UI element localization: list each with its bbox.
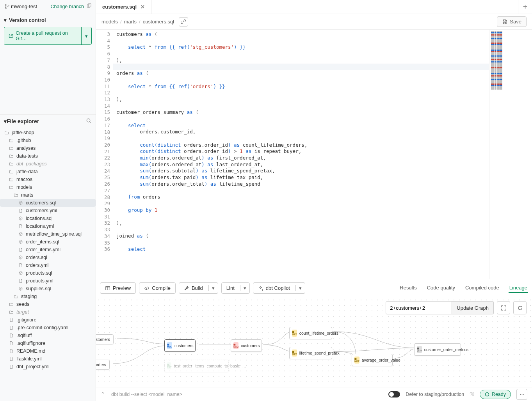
tree-file[interactable]: .pre-commit-config.yaml	[0, 324, 96, 332]
tree-file[interactable]: supplies.sql	[0, 285, 96, 293]
minimap[interactable]: ████ ██ ████████████ ██ ████████████ ██ …	[489, 30, 532, 279]
file-explorer-header[interactable]: ▾ File explorer	[0, 114, 96, 128]
change-branch-link[interactable]: Change branch	[51, 4, 84, 9]
tree-file[interactable]: .gitignore	[0, 316, 96, 324]
close-icon[interactable]: ✕	[141, 4, 145, 10]
tree-folder[interactable]: jaffle-shop	[0, 129, 96, 137]
lint-button[interactable]: Lint ▾	[221, 282, 250, 294]
breadcrumb-seg[interactable]: marts	[124, 19, 137, 25]
tree-folder[interactable]: analyses	[0, 144, 96, 152]
lineage-node[interactable]: ▦SEMcustomers	[231, 339, 262, 352]
preview-button[interactable]: Preview	[100, 282, 136, 294]
main-pane: customers.sql ✕ + models / marts / custo…	[96, 0, 532, 401]
create-pr-button[interactable]: Create a pull request on Git… ▾	[4, 27, 92, 45]
chevron-down-icon[interactable]: ▾	[295, 285, 305, 291]
folder-icon	[9, 145, 14, 151]
breadcrumb-seg[interactable]: customers.sql	[143, 19, 174, 25]
tree-file[interactable]: .sqlfluff	[0, 332, 96, 339]
results-tab-lineage[interactable]: Lineage	[509, 283, 528, 293]
wrench-icon	[184, 286, 189, 291]
svg-point-2	[87, 119, 90, 122]
tree-folder[interactable]: jaffle-data	[0, 168, 96, 176]
tree-folder[interactable]: macros	[0, 176, 96, 183]
build-button[interactable]: Build ▾	[179, 282, 218, 294]
folder-icon	[4, 130, 9, 135]
lineage-node[interactable]: ▦METaverage_order_value	[352, 354, 393, 366]
link-icon[interactable]	[179, 17, 188, 27]
tree-file[interactable]: products.yml	[0, 277, 96, 285]
folder-icon	[9, 169, 14, 174]
circle-icon	[485, 392, 489, 397]
version-control-header[interactable]: ▾ Version control	[0, 13, 96, 26]
file-icon	[18, 255, 23, 260]
tree-folder[interactable]: seeds	[0, 300, 96, 308]
tree-file[interactable]: orders.sql	[0, 254, 96, 261]
dbt-copilot-button[interactable]: dbt Copilot ▾	[253, 282, 305, 294]
results-tab-compiled-code[interactable]: Compiled code	[464, 283, 500, 293]
file-icon	[18, 239, 23, 245]
tree-file[interactable]: dbt_project.yml	[0, 363, 96, 371]
tree-file[interactable]: orders.yml	[0, 261, 96, 269]
results-tab-code-quality[interactable]: Code quality	[426, 283, 456, 293]
tree-file[interactable]: README.md	[0, 347, 96, 355]
tree-file[interactable]: order_items.sql	[0, 238, 96, 246]
tab-customers-sql[interactable]: customers.sql ✕	[96, 0, 151, 14]
lineage-selector-input[interactable]	[386, 301, 452, 314]
command-input[interactable]: dbt build --select <model_name>	[111, 392, 182, 397]
copy-icon[interactable]	[86, 3, 92, 10]
tree-file[interactable]: products.sql	[0, 269, 96, 277]
results-tabs: ResultsCode qualityCompiled codeLineage	[399, 283, 528, 293]
defer-toggle[interactable]	[388, 391, 400, 397]
chevron-down-icon[interactable]: ▾	[81, 27, 91, 44]
lineage-node[interactable]: ▦MDLcustomers	[164, 339, 196, 352]
save-button[interactable]: Save	[497, 16, 527, 27]
folder-icon	[9, 153, 14, 159]
folder-icon	[9, 185, 14, 190]
folder-icon	[9, 138, 14, 143]
tree-file[interactable]: locations.sql	[0, 215, 96, 222]
folder-icon	[9, 309, 14, 315]
tree-file[interactable]: customers.yml	[0, 207, 96, 215]
compile-button[interactable]: Compile	[139, 282, 176, 294]
chevron-up-icon[interactable]: ⌃	[101, 391, 105, 397]
lineage-panel[interactable]: Update Graph	[96, 297, 532, 387]
results-tab-results[interactable]: Results	[399, 283, 417, 293]
file-icon	[18, 286, 23, 291]
tree-file[interactable]: .sqlfluffignore	[0, 339, 96, 347]
fullscreen-icon[interactable]	[497, 301, 510, 314]
tree-folder[interactable]: models	[0, 183, 96, 191]
footer-bar: ⌃ dbt build --select <model_name> Defer …	[96, 387, 532, 401]
refresh-icon[interactable]	[513, 301, 527, 314]
tree-file[interactable]: metricflow_time_spine.sql	[0, 230, 96, 238]
tree-file[interactable]: customers.sql	[0, 199, 96, 207]
help-icon[interactable]: ?⃝	[470, 392, 474, 397]
search-icon[interactable]	[86, 118, 92, 125]
breadcrumb-seg[interactable]: models	[101, 19, 118, 25]
tree-folder[interactable]: target	[0, 308, 96, 316]
add-tab-button[interactable]: +	[518, 0, 532, 14]
lineage-node[interactable]: stg_customers	[96, 334, 114, 344]
tree-folder[interactable]: staging	[0, 293, 96, 300]
lineage-node[interactable]: ▦TSTtest_order_items_compute_to_basic_…	[164, 360, 229, 372]
lineage-node[interactable]: ▦QRYcustomer_order_metrics	[414, 343, 461, 356]
branch-indicator[interactable]: mwong-test	[4, 4, 48, 9]
chevron-down-icon[interactable]: ▾	[208, 285, 218, 291]
more-icon[interactable]: ⋯	[516, 389, 527, 400]
svg-rect-3	[106, 286, 110, 290]
tree-folder[interactable]: dbt_packages	[0, 160, 96, 168]
tree-file[interactable]: Taskfile.yml	[0, 355, 96, 363]
folder-icon	[9, 177, 14, 182]
update-graph-button[interactable]: Update Graph	[452, 301, 494, 314]
chevron-down-icon[interactable]: ▾	[240, 285, 249, 291]
file-icon	[18, 224, 23, 229]
code-editor[interactable]: 3456789101112131415161718192021222324252…	[96, 30, 532, 279]
tree-folder[interactable]: data-tests	[0, 152, 96, 160]
tree-file[interactable]: locations.yml	[0, 222, 96, 230]
lineage-node[interactable]: ▦METcount_lifetime_orders	[289, 327, 332, 339]
tree-folder[interactable]: .github	[0, 137, 96, 144]
tree-folder[interactable]: marts	[0, 191, 96, 199]
lineage-node[interactable]: orders	[96, 360, 110, 370]
lineage-node[interactable]: ▦METlifetime_spend_pretax	[289, 347, 332, 359]
tree-file[interactable]: order_items.yml	[0, 246, 96, 254]
ready-status[interactable]: Ready	[480, 390, 511, 399]
